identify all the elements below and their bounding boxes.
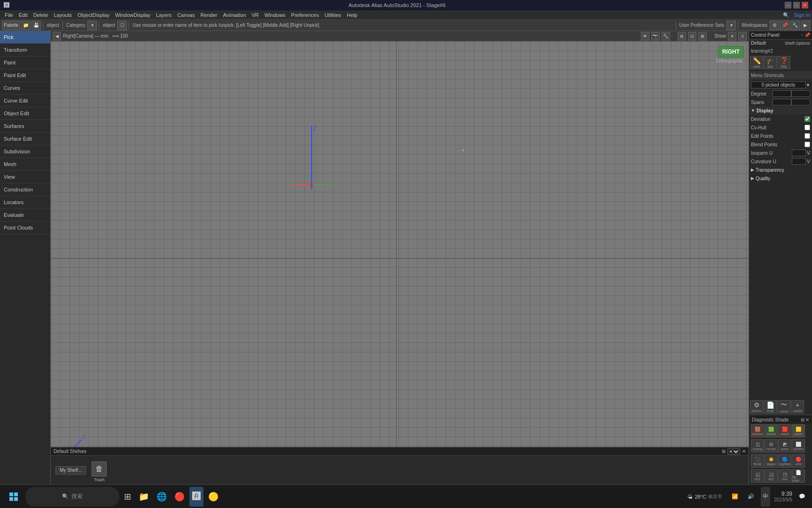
cp-edils-btn[interactable]: ✏️ edils	[750, 56, 763, 69]
sidebar-item-pick[interactable]: Pick	[0, 31, 50, 44]
cp-ffunel-btn[interactable]: ⬛ ffunel	[751, 454, 764, 468]
window-controls[interactable]: ─ □ ✕	[785, 2, 808, 8]
cp-mulcd-btn[interactable]: 🟩 mulcd	[765, 424, 778, 437]
volume-icon-btn[interactable]: 🔊	[745, 487, 757, 507]
cp-expand-btn[interactable]: −	[801, 32, 804, 38]
shelf-tab-my[interactable]: My Shelf...	[55, 466, 86, 475]
cp-surev-btn[interactable]: ◩ surev	[778, 439, 791, 452]
sidebar-item-object-edit[interactable]: Object Edit	[0, 107, 50, 120]
tb-ws-arrow[interactable]: ▶	[801, 21, 810, 30]
tb-dropdown[interactable]: ▾	[87, 21, 97, 30]
taskbar-browser-btn[interactable]: 🌐	[154, 487, 170, 507]
picked-objects-arrow[interactable]: ▾	[806, 82, 810, 87]
menu-help[interactable]: Help	[344, 10, 360, 20]
picked-objects-count[interactable]: 0 picked objects	[751, 81, 806, 88]
isoparmu-input[interactable]	[792, 150, 806, 156]
taskbar-app2-btn[interactable]: 🟡	[205, 487, 221, 507]
start-button[interactable]	[4, 487, 23, 507]
sidebar-item-surface-edit[interactable]: Surface Edit	[0, 133, 50, 145]
menu-canvas[interactable]: Canvas	[174, 10, 197, 20]
shelf-item-trash[interactable]: 🗑 Trash	[90, 459, 109, 482]
blendpoints-checkbox[interactable]	[804, 142, 810, 147]
taskbar-explorer-btn[interactable]: 📁	[136, 487, 152, 507]
editpoints-checkbox[interactable]	[804, 133, 810, 139]
menu-layers[interactable]: Layers	[153, 10, 174, 20]
menu-render[interactable]: Render	[197, 10, 220, 20]
palette-toggle[interactable]: Palette	[2, 21, 20, 30]
transparency-row[interactable]: ▶ Transparency	[749, 166, 812, 174]
cp-vls3-btn[interactable]: ◳ vls3	[778, 469, 791, 483]
curvatureu-input[interactable]	[792, 158, 806, 165]
sidebar-item-evaluate[interactable]: Evaluate	[0, 209, 50, 222]
vp-icon2[interactable]: 📷	[651, 32, 660, 40]
degree-input2[interactable]	[791, 90, 810, 97]
quality-row[interactable]: ▶ Quality	[749, 174, 812, 183]
taskbar-app1-btn[interactable]: 🔴	[172, 487, 187, 507]
sidebar-item-locators[interactable]: Locators	[0, 196, 50, 209]
cp-sophtes-btn[interactable]: 🔵 sophtes	[778, 454, 791, 468]
vp-icon3[interactable]: 🔧	[662, 32, 670, 40]
cp-help-btn[interactable]: ❓ help	[777, 56, 790, 69]
diag-close-btn[interactable]: ✕	[805, 417, 809, 422]
cvhull-checkbox[interactable]	[804, 125, 810, 130]
canvas-grid[interactable]: RIGHT Orthographic Z Y	[51, 41, 749, 475]
cp-vls2-btn[interactable]: ◲ vls2	[765, 469, 778, 483]
ime-btn[interactable]: 中	[761, 487, 770, 507]
weather-widget[interactable]: 🌤 28°C 南京市	[685, 487, 725, 507]
menu-animation[interactable]: Animation	[220, 10, 249, 20]
sidebar-item-transform[interactable]: Transform	[0, 44, 50, 56]
taskbar-search-btn[interactable]: 🔍 搜索	[25, 487, 119, 507]
shelf-close-btn[interactable]: ✕	[742, 449, 746, 454]
menu-layouts[interactable]: Layouts	[51, 10, 75, 20]
tb-icon1[interactable]: 📁	[21, 21, 31, 30]
degree-input1[interactable]	[773, 90, 791, 97]
viewport-area[interactable]: ◀ Right[Camera] — mm ⟺ 100 👁 📷 🔧 ⊞ ⊡ ⊠ S…	[51, 31, 749, 484]
menu-delete[interactable]: Delete	[31, 10, 51, 20]
shelf-icon-btn[interactable]: ⊞	[722, 449, 726, 454]
cp-rancd-btn[interactable]: 🟥 rancd	[778, 424, 791, 437]
cp-filestate-btn[interactable]: 📄 file state	[792, 469, 805, 483]
menu-utilities[interactable]: Utilities	[322, 10, 344, 20]
vp-icon5[interactable]: ⊡	[688, 32, 696, 40]
spans-input1[interactable]	[773, 99, 791, 105]
deviation-checkbox[interactable]	[804, 116, 810, 122]
menu-windowdisplay[interactable]: WindowDisplay	[112, 10, 153, 20]
cp-curev-btn[interactable]: 🟨 curev	[792, 424, 805, 437]
sidebar-item-curve-edit[interactable]: Curve Edit	[0, 95, 50, 107]
cp-pin-btn[interactable]: 📌	[804, 32, 810, 38]
tb-ws-icon3[interactable]: 🔧	[790, 21, 800, 30]
signin-area[interactable]: 🔍 Sign In	[780, 10, 810, 20]
spans-input2[interactable]	[791, 99, 810, 105]
cp-xfrmcv-btn[interactable]: ⚙ xfrmcv	[750, 400, 763, 413]
signin-button[interactable]: Sign In	[794, 12, 810, 18]
menu-edit[interactable]: Edit	[16, 10, 31, 20]
sidebar-item-view[interactable]: View	[0, 171, 50, 183]
tb-pref-dropdown[interactable]: ▾	[726, 21, 736, 30]
vp-arrow-btn[interactable]: ◀	[53, 32, 61, 40]
diag-expand-btn[interactable]: ⊞	[801, 417, 804, 422]
vp-icon1[interactable]: 👁	[641, 32, 649, 40]
menu-windows[interactable]: Windows	[262, 10, 289, 20]
cp-vred-btn[interactable]: 🔴 vred	[792, 454, 805, 468]
tb-ws-icon2[interactable]: 📌	[780, 21, 789, 30]
tb-checkbox[interactable]: ☐	[117, 21, 127, 30]
sidebar-item-point-clouds[interactable]: Point Clouds	[0, 222, 50, 234]
cp-dayao-btn[interactable]: ☀️ dayao	[765, 454, 778, 468]
menu-preferences[interactable]: Preferences	[288, 10, 321, 20]
menu-vr[interactable]: VR	[249, 10, 261, 20]
sidebar-item-construction[interactable]: Construction	[0, 183, 50, 196]
sidebar-item-curves[interactable]: Curves	[0, 82, 50, 95]
close-button[interactable]: ✕	[802, 2, 808, 8]
cp-useltex-btn[interactable]: ⬜ useltex	[792, 439, 805, 452]
sidebar-item-subdivision[interactable]: Subdivision	[0, 145, 50, 158]
menu-objectdisplay[interactable]: ObjectDisplay	[75, 10, 112, 20]
display-section-row[interactable]: ▼ Display	[749, 106, 812, 115]
sidebar-item-surfaces[interactable]: Surfaces	[0, 120, 50, 133]
maximize-button[interactable]: □	[793, 2, 800, 8]
menu-shortcuts-row[interactable]: Menu Shortcuts	[749, 71, 812, 79]
shelf-options-btn[interactable]: Shelf Options	[785, 41, 810, 46]
vp-show-btn[interactable]: ▾	[728, 32, 736, 40]
tb-icon2[interactable]: 💾	[31, 21, 41, 30]
vp-num[interactable]: 3	[738, 32, 747, 40]
cp-scrpt-btn[interactable]: 📄 scrpt	[764, 400, 777, 413]
